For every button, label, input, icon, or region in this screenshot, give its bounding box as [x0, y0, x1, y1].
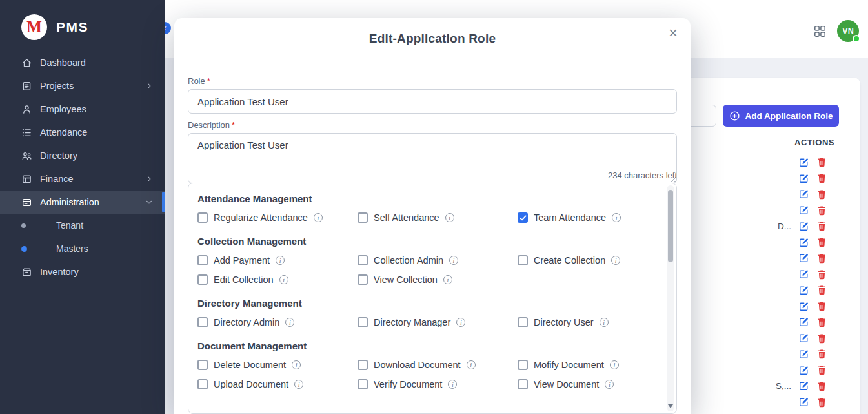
role-input[interactable]: [188, 89, 677, 114]
delete-button[interactable]: [816, 380, 827, 391]
delete-button[interactable]: [816, 333, 827, 344]
checkbox-regularize-attendance[interactable]: [197, 212, 208, 223]
delete-button[interactable]: [816, 397, 827, 408]
checkbox-create-collection[interactable]: [518, 255, 528, 265]
info-icon[interactable]: i: [276, 256, 285, 265]
close-icon[interactable]: ×: [663, 23, 683, 43]
checkbox-edit-collection[interactable]: [197, 274, 208, 285]
sidebar-subitem-tenant[interactable]: Tenant: [0, 214, 165, 237]
delete-button[interactable]: [816, 173, 827, 184]
info-icon[interactable]: i: [456, 318, 465, 327]
permission-mofify-document: Mofify Documenti: [518, 355, 657, 375]
checkbox-collection-admin[interactable]: [358, 255, 368, 265]
sidebar-item-dashboard[interactable]: Dashboard: [0, 51, 165, 74]
sidebar-item-administration[interactable]: Administration: [0, 191, 165, 214]
checkbox-view-document[interactable]: [518, 379, 528, 389]
delete-button[interactable]: [816, 205, 827, 216]
checkbox-mofify-document[interactable]: [518, 360, 528, 370]
edit-button[interactable]: [798, 380, 809, 391]
user-avatar[interactable]: VN: [837, 20, 859, 42]
checkbox-directory-manager[interactable]: [358, 317, 368, 327]
add-application-role-button[interactable]: Add Application Role: [723, 105, 839, 127]
scrollbar[interactable]: [667, 185, 674, 411]
permission-section-title: Collection Management: [197, 236, 657, 247]
permission-section: Document ManagementDelete DocumentiDownl…: [197, 340, 657, 394]
description-textarea[interactable]: Application Test User: [188, 133, 677, 183]
edit-button[interactable]: [798, 316, 809, 327]
plus-circle-icon: [729, 110, 740, 121]
delete-button[interactable]: [816, 301, 827, 312]
delete-button[interactable]: [816, 316, 827, 327]
sidebar-item-directory[interactable]: Directory: [0, 144, 165, 167]
edit-button[interactable]: [798, 397, 809, 408]
edit-button[interactable]: [798, 189, 809, 200]
checkbox-verify-document[interactable]: [358, 379, 368, 389]
administration-icon: [21, 197, 32, 208]
edit-button[interactable]: [798, 253, 809, 264]
checkbox-add-payment[interactable]: [197, 255, 208, 265]
edit-button[interactable]: [798, 237, 809, 248]
info-icon[interactable]: i: [611, 256, 620, 265]
checkbox-self-attendance[interactable]: [358, 212, 368, 223]
checkbox-delete-document[interactable]: [197, 360, 208, 370]
edit-button[interactable]: [798, 173, 809, 184]
permission-sections: Attendance ManagementRegularize Attendan…: [197, 193, 657, 394]
characters-left-counter: 234 characters left: [608, 171, 677, 180]
table-row: [776, 394, 827, 410]
scrollbar-thumb[interactable]: [668, 190, 673, 262]
info-icon[interactable]: i: [467, 360, 476, 369]
permission-section-title: Document Management: [197, 340, 657, 351]
sidebar-item-employees[interactable]: Employees: [0, 98, 165, 121]
info-icon[interactable]: i: [600, 318, 609, 327]
checkbox-upload-document[interactable]: [197, 379, 208, 389]
edit-button[interactable]: [798, 349, 809, 360]
checkbox-download-document[interactable]: [358, 360, 368, 370]
info-icon[interactable]: i: [292, 360, 301, 369]
delete-button[interactable]: [816, 349, 827, 360]
edit-button[interactable]: [798, 301, 809, 312]
info-icon[interactable]: i: [449, 256, 458, 265]
info-icon[interactable]: i: [610, 360, 619, 369]
edit-button[interactable]: [798, 333, 809, 344]
permissions-panel: Attendance ManagementRegularize Attendan…: [188, 183, 677, 414]
scroll-down-arrow-icon[interactable]: [668, 404, 673, 408]
delete-button[interactable]: [816, 269, 827, 280]
required-asterisk: *: [232, 120, 235, 130]
apps-grid-icon[interactable]: [813, 25, 827, 38]
role-label-text: Role: [188, 76, 205, 86]
checkbox-team-attendance[interactable]: [518, 212, 528, 223]
delete-button[interactable]: [816, 365, 827, 376]
info-icon[interactable]: i: [285, 318, 294, 327]
info-icon[interactable]: i: [612, 213, 621, 222]
edit-button[interactable]: [798, 285, 809, 296]
delete-button[interactable]: [816, 253, 827, 264]
edit-button[interactable]: [798, 157, 809, 168]
permission-view-collection: View Collectioni: [358, 270, 518, 289]
info-icon[interactable]: i: [279, 275, 288, 284]
sidebar-subitem-masters[interactable]: Masters: [0, 237, 165, 260]
sidebar-item-inventory[interactable]: Inventory: [0, 260, 165, 284]
info-icon[interactable]: i: [445, 213, 454, 222]
edit-button[interactable]: [798, 221, 809, 232]
permission-team-attendance: Team Attendancei: [518, 208, 657, 227]
delete-button[interactable]: [816, 237, 827, 248]
edit-button[interactable]: [798, 269, 809, 280]
checkbox-directory-user[interactable]: [518, 317, 528, 327]
sidebar-item-projects[interactable]: Projects: [0, 74, 165, 98]
edit-button[interactable]: [798, 205, 809, 216]
info-icon[interactable]: i: [448, 380, 457, 389]
delete-button[interactable]: [816, 285, 827, 296]
edit-button[interactable]: [798, 365, 809, 376]
info-icon[interactable]: i: [443, 275, 452, 284]
info-icon[interactable]: i: [314, 213, 323, 222]
directory-icon: [21, 150, 32, 161]
checkbox-directory-admin[interactable]: [197, 317, 208, 327]
info-icon[interactable]: i: [605, 380, 614, 389]
sidebar-item-finance[interactable]: Finance: [0, 167, 165, 191]
checkbox-view-collection[interactable]: [358, 274, 368, 285]
info-icon[interactable]: i: [294, 380, 303, 389]
sidebar-item-attendance[interactable]: Attendance: [0, 121, 165, 144]
delete-button[interactable]: [816, 189, 827, 200]
delete-button[interactable]: [816, 157, 827, 168]
delete-button[interactable]: [816, 221, 827, 232]
